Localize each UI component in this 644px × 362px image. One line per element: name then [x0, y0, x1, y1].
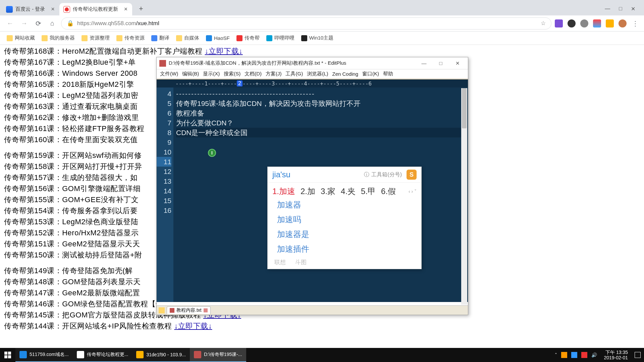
- doc-tab-label: 教程内容.txt: [176, 307, 202, 313]
- bookmark-item[interactable]: HaoSF: [206, 35, 230, 41]
- code-line[interactable]: ----------------------------------------…: [176, 89, 465, 99]
- code-line[interactable]: 为什么要做CDN？: [176, 118, 465, 128]
- editor-scrollbar[interactable]: [461, 88, 467, 305]
- lesson-text: 传奇帮第151课：GeeM2登陆器显示天天: [4, 240, 140, 248]
- folder-icon[interactable]: [159, 307, 165, 313]
- menu-item[interactable]: 帮助: [383, 71, 393, 77]
- bookmark-item[interactable]: 资源整理: [82, 35, 110, 41]
- home-button[interactable]: ⌂: [47, 18, 58, 29]
- close-icon[interactable]: ×: [124, 6, 128, 13]
- lesson-text: 传奇帮第167课：LegM2换Blue引擎+单: [4, 58, 136, 66]
- bookmark-item[interactable]: 翻译: [151, 35, 169, 41]
- menu-item[interactable]: 窗口(K): [362, 71, 379, 77]
- bookmark-item[interactable]: 传奇帮: [236, 35, 260, 41]
- code-line[interactable]: CDN是一种全球或全国: [176, 128, 465, 137]
- download-link[interactable]: ↓立即下载↓: [205, 47, 243, 55]
- taskbar-app[interactable]: 511759.com域名...: [15, 348, 73, 362]
- menu-item[interactable]: 文档(D): [245, 71, 262, 77]
- menu-item[interactable]: 编辑(B): [182, 71, 199, 77]
- editor-maximize-button[interactable]: □: [432, 58, 449, 68]
- ime-lianxiang-button[interactable]: 联想: [274, 258, 286, 266]
- ime-input[interactable]: jia'su: [272, 170, 290, 179]
- extension-icon[interactable]: [580, 19, 588, 27]
- site-icon: [151, 35, 157, 41]
- close-icon[interactable]: ×: [51, 6, 55, 13]
- ime-candidate[interactable]: 6.假: [381, 186, 396, 197]
- menu-item[interactable]: 文件(W): [160, 71, 178, 77]
- reload-button[interactable]: ⟳: [33, 18, 44, 29]
- ime-candidate[interactable]: 1.加速: [272, 186, 295, 197]
- extension-icon[interactable]: [606, 19, 614, 27]
- ime-pager[interactable]: ‹ › ˅: [409, 189, 417, 194]
- bookmark-label: 哔哩哔哩: [274, 35, 294, 41]
- taskbar-app[interactable]: 31de1f90 - 103.9...: [132, 348, 190, 362]
- menu-item[interactable]: 搜索(S): [224, 71, 240, 77]
- ime-toolbox-button[interactable]: ⓘ 工具箱(分号): [364, 171, 402, 178]
- bookmark-item[interactable]: 哔哩哔哩: [266, 35, 294, 41]
- notifications-icon[interactable]: [635, 352, 641, 358]
- new-tab-button[interactable]: +: [136, 3, 146, 14]
- tab-baidu[interactable]: 百度云 - 登录 ×: [2, 3, 59, 15]
- menu-item[interactable]: Zen Coding: [332, 71, 359, 77]
- code-line[interactable]: 传奇帮195课-域名添加CDN，解决因为攻击导致网站打不开: [176, 99, 465, 108]
- avatar-icon[interactable]: [619, 19, 627, 27]
- lesson-text: 传奇帮第154课：传奇服务器拿到以后要: [4, 206, 138, 215]
- start-button[interactable]: [0, 348, 15, 362]
- tray-icon[interactable]: [571, 352, 577, 358]
- line-number: 15: [157, 196, 171, 205]
- bookmark-label: 传奇资源: [124, 35, 145, 41]
- ime-suggestion[interactable]: 加速器: [268, 197, 421, 212]
- tab-title: 传奇帮论坛教程更新: [73, 6, 118, 12]
- code-line[interactable]: 教程准备: [176, 108, 465, 118]
- folder-icon: [176, 35, 182, 41]
- taskbar-app[interactable]: D:\传奇帮195课-...: [190, 348, 246, 362]
- menu-item[interactable]: 浏览器(L): [307, 71, 328, 77]
- line-number: 6: [157, 108, 171, 118]
- tray-icon[interactable]: [561, 352, 567, 358]
- bookmark-item[interactable]: 我的服务器: [42, 35, 75, 41]
- scrollbar-thumb[interactable]: [462, 88, 467, 128]
- menu-item[interactable]: 显示(X): [203, 71, 220, 77]
- ime-doutu-button[interactable]: 斗图: [295, 258, 307, 266]
- bookmark-item[interactable]: 传奇资源: [116, 35, 145, 41]
- sogou-logo-icon: [407, 170, 417, 180]
- download-link[interactable]: ↓立即下载↓: [174, 322, 212, 330]
- tab-qh558[interactable]: 传奇帮论坛教程更新 ×: [59, 3, 132, 15]
- bookmark-item[interactable]: 自媒体: [176, 35, 199, 41]
- window-minimize-button[interactable]: —: [605, 6, 610, 12]
- ime-candidate[interactable]: 2.加: [301, 186, 315, 197]
- doc-tab[interactable]: 教程内容.txt: [167, 306, 211, 314]
- ime-suggestion[interactable]: 加速吗: [268, 212, 421, 227]
- editor-titlebar[interactable]: D:\传奇帮195课-域名添加CDN，解决因为攻击打开网站\教程内容.txt *…: [157, 57, 468, 69]
- volume-icon[interactable]: 🔊: [591, 352, 597, 358]
- ime-candidate[interactable]: 3.家: [321, 186, 335, 197]
- url-input[interactable]: 🔒 https://www.qh558.com/xue.html ☆: [61, 17, 551, 29]
- ime-suggestion[interactable]: 加速器是: [268, 227, 421, 242]
- ime-suggestion[interactable]: 加速插件: [268, 242, 421, 256]
- window-close-button[interactable]: ✕: [631, 6, 635, 12]
- bookmark-item[interactable]: Win10主题: [301, 35, 334, 41]
- extension-icon[interactable]: [593, 19, 601, 27]
- tray-up-icon[interactable]: ˄: [555, 352, 557, 358]
- tray-icon[interactable]: [581, 352, 587, 358]
- bookmark-item[interactable]: 网站收藏: [7, 35, 35, 41]
- extension-icon[interactable]: [568, 19, 576, 27]
- ime-candidate[interactable]: 4.夹: [341, 186, 356, 197]
- back-button[interactable]: ←: [5, 18, 15, 29]
- window-maximize-button[interactable]: □: [619, 6, 622, 12]
- extension-icons: ⋮: [555, 19, 639, 27]
- editplus-icon: [159, 60, 166, 67]
- editor-minimize-button[interactable]: —: [416, 58, 432, 68]
- system-tray: ˄ 🔊 下午 13:35 2019-02-01: [551, 350, 644, 360]
- taskbar-app[interactable]: 传奇帮论坛教程更...: [73, 348, 132, 362]
- ime-candidate[interactable]: 5.甲: [361, 186, 376, 197]
- menu-item[interactable]: 工具(G): [285, 71, 303, 77]
- extension-icon[interactable]: [555, 19, 563, 27]
- editor-close-button[interactable]: ✕: [449, 58, 466, 68]
- menu-item[interactable]: 方案(J): [266, 71, 282, 77]
- menu-icon[interactable]: ⋮: [631, 19, 639, 27]
- line-number: 9: [157, 137, 171, 147]
- star-icon[interactable]: ☆: [541, 20, 546, 27]
- forward-button[interactable]: →: [19, 18, 30, 29]
- taskbar-clock[interactable]: 下午 13:35 2019-02-01: [601, 350, 631, 360]
